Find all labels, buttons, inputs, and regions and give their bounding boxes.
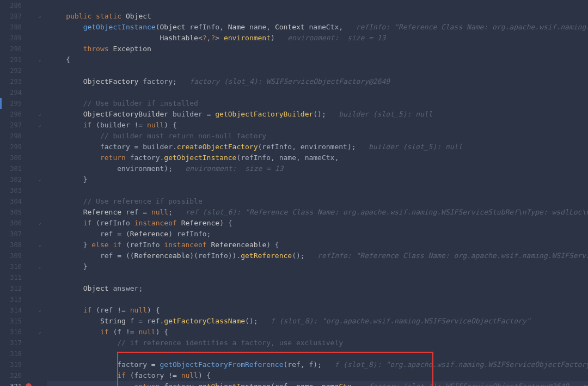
code-token: ) {: [266, 241, 279, 249]
line-number[interactable]: 321: [0, 381, 33, 386]
code-line[interactable]: [47, 87, 588, 98]
fold-toggle-icon[interactable]: ⌄: [37, 264, 42, 269]
line-number[interactable]: 303: [0, 185, 33, 196]
fold-toggle-icon[interactable]: ⌄: [37, 242, 42, 247]
code-line[interactable]: if (builder != null) {: [47, 120, 588, 131]
code-line[interactable]: {: [47, 54, 588, 65]
code-line[interactable]: }: [47, 174, 588, 185]
code-line[interactable]: // builder must return non-null factory: [47, 131, 588, 142]
line-number[interactable]: 305: [0, 207, 33, 218]
fold-column[interactable]: ⌄⌄⌄⌄⌄⌄⌄⌄⌄⌄⌄: [33, 0, 47, 386]
code-token: createObjectFactory: [177, 143, 258, 151]
code-line[interactable]: Hashtable<?,?> environment) environment:…: [47, 33, 588, 44]
fold-toggle-icon[interactable]: ⌄: [37, 220, 42, 225]
code-line[interactable]: return factory.getObjectInstance(ref, na…: [47, 381, 588, 386]
code-token: [49, 154, 100, 162]
code-token: getObjectFactoryFromReference: [160, 360, 284, 369]
code-line[interactable]: }: [47, 261, 588, 272]
line-number[interactable]: 311: [0, 272, 33, 283]
code-line[interactable]: [47, 185, 588, 196]
line-number[interactable]: 310: [0, 261, 33, 272]
code-area[interactable]: public static Object getObjectInstance(O…: [47, 0, 588, 386]
code-token: factory (slot_4): WSIFServiceObjectFacto…: [356, 382, 588, 386]
line-number-gutter[interactable]: 2862872882892902912922932942952962972982…: [0, 0, 33, 386]
line-number[interactable]: 296: [0, 109, 33, 120]
line-number[interactable]: 288: [0, 22, 33, 33]
code-line[interactable]: [47, 294, 588, 305]
fold-toggle-icon[interactable]: ⌄: [37, 13, 42, 19]
code-line[interactable]: } else if (refInfo instanceof Referencea…: [47, 240, 588, 250]
code-line[interactable]: // if reference identifies a factory, us…: [47, 338, 588, 348]
line-number[interactable]: 312: [0, 283, 33, 294]
line-number[interactable]: 314: [0, 305, 33, 316]
code-line[interactable]: if (factory != null) {: [47, 370, 588, 381]
code-line[interactable]: environment); environment: size = 13: [47, 163, 588, 174]
line-number[interactable]: 301: [0, 163, 33, 174]
code-token: factory;: [138, 77, 176, 85]
fold-toggle-icon[interactable]: ⌄: [37, 176, 42, 182]
code-token: Context: [275, 23, 305, 31]
fold-toggle-icon[interactable]: ⌄: [37, 122, 42, 127]
line-number[interactable]: 304: [0, 196, 33, 207]
code-line[interactable]: factory = getObjectFactoryFromReference(…: [47, 359, 588, 370]
line-number[interactable]: 299: [0, 142, 33, 152]
line-number[interactable]: 320: [0, 370, 33, 381]
line-number[interactable]: 298: [0, 131, 33, 142]
code-line[interactable]: ref = ((Referenceable)(refInfo)).getRefe…: [47, 250, 588, 261]
code-token: Reference: [181, 219, 219, 227]
code-line[interactable]: Reference ref = null; ref (slot_6): "Ref…: [47, 207, 588, 218]
code-token: getObjectInstance: [198, 382, 271, 386]
line-number[interactable]: 287: [0, 11, 33, 22]
code-token: ,: [352, 382, 356, 386]
line-number[interactable]: 308: [0, 240, 33, 250]
code-line[interactable]: factory = builder.createObjectFactory(re…: [47, 142, 588, 152]
code-line[interactable]: ref = (Reference) refInfo;: [47, 229, 588, 240]
line-number[interactable]: 297: [0, 120, 33, 131]
fold-toggle-icon[interactable]: ⌄: [37, 57, 42, 62]
line-number[interactable]: 318: [0, 348, 33, 359]
line-number[interactable]: 313: [0, 294, 33, 305]
code-line[interactable]: if (refInfo instanceof Reference) {: [47, 218, 588, 229]
line-number[interactable]: 291: [0, 54, 33, 65]
code-line[interactable]: String f = ref.getFactoryClassName(); f …: [47, 316, 588, 327]
code-line[interactable]: if (ref != null) {: [47, 305, 588, 316]
line-number[interactable]: 309: [0, 250, 33, 261]
code-token: if: [83, 219, 92, 227]
line-number[interactable]: 302: [0, 174, 33, 185]
line-number[interactable]: 294: [0, 87, 33, 98]
code-line[interactable]: Object answer;: [47, 283, 588, 294]
code-line[interactable]: throws Exception: [47, 44, 588, 54]
code-line[interactable]: [47, 0, 588, 11]
fold-toggle-icon[interactable]: ⌄: [37, 329, 42, 334]
code-line[interactable]: if (f != null) {: [47, 327, 588, 338]
line-number[interactable]: 290: [0, 44, 33, 54]
code-line[interactable]: [47, 348, 588, 359]
code-line[interactable]: // Use reference if possible: [47, 196, 588, 207]
line-number[interactable]: 293: [0, 76, 33, 87]
code-token: // if reference identifies a factory, us…: [117, 339, 343, 347]
line-number[interactable]: 295: [0, 98, 33, 109]
code-token: >: [215, 34, 224, 42]
fold-toggle-icon[interactable]: ⌄: [37, 307, 42, 313]
line-number[interactable]: 300: [0, 152, 33, 163]
code-line[interactable]: ObjectFactoryBuilder builder = getObject…: [47, 109, 588, 120]
code-token: factory.: [160, 382, 198, 386]
line-number[interactable]: 306: [0, 218, 33, 229]
line-number[interactable]: 319: [0, 359, 33, 370]
code-editor[interactable]: 2862872882892902912922932942952962972982…: [0, 0, 588, 386]
code-line[interactable]: ObjectFactory factory; factory (slot_4):…: [47, 76, 588, 87]
line-number[interactable]: 315: [0, 316, 33, 327]
code-line[interactable]: getObjectInstance(Object refInfo, Name n…: [47, 22, 588, 33]
line-number[interactable]: 317: [0, 338, 33, 348]
line-number[interactable]: 316: [0, 327, 33, 338]
line-number[interactable]: 292: [0, 65, 33, 76]
fold-toggle-icon[interactable]: ⌄: [37, 111, 42, 117]
code-line[interactable]: return factory.getObjectInstance(refInfo…: [47, 152, 588, 163]
code-line[interactable]: [47, 272, 588, 283]
code-line[interactable]: [47, 65, 588, 76]
line-number[interactable]: 307: [0, 229, 33, 240]
code-line[interactable]: // Use builder if installed: [47, 98, 588, 109]
line-number[interactable]: 286: [0, 0, 33, 11]
code-line[interactable]: public static Object: [47, 11, 588, 22]
line-number[interactable]: 289: [0, 33, 33, 44]
